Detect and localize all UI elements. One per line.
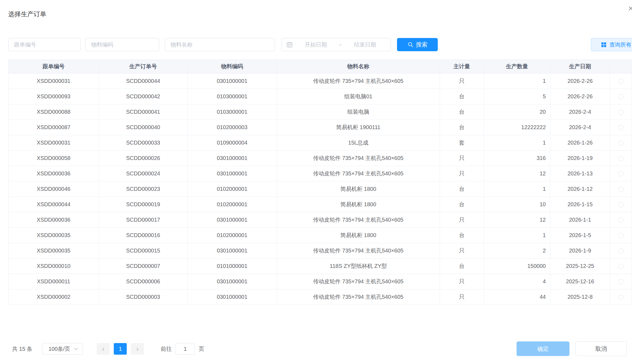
date-range-picker[interactable]: 开始日期 - 结束日期 <box>282 38 391 51</box>
row-radio[interactable] <box>618 248 623 254</box>
prev-page-button[interactable]: ‹ <box>97 343 110 355</box>
cell-quantity: 44 <box>484 289 550 305</box>
next-page-button[interactable]: › <box>131 343 144 355</box>
row-radio[interactable] <box>618 233 623 238</box>
cell-quantity: 5 <box>484 89 550 104</box>
column-header-order-no: 跟单编号 <box>9 60 99 74</box>
cell-material-code: 0301000001 <box>188 289 277 305</box>
cell-quantity: 12 <box>484 212 550 228</box>
table-row[interactable]: XSDD000036 SCDD000024 0301000001 传动皮轮件 7… <box>9 166 632 181</box>
cell-material-name: 简易机柜 1800 <box>277 228 440 243</box>
cell-date: 2026-1-9 <box>550 243 610 259</box>
cell-prod-order-no: SCDD000015 <box>99 243 188 259</box>
table-row[interactable]: XSDD000087 SCDD000040 0102000003 简易机柜 19… <box>9 120 632 135</box>
cell-material-code: 0101000001 <box>188 259 277 274</box>
cell-date: 2026-1-19 <box>550 151 610 166</box>
cell-quantity: 2 <box>484 243 550 259</box>
current-page-button[interactable]: 1 <box>114 343 127 355</box>
table-row[interactable]: XSDD000031 SCDD000033 0109000004 15L总成 套… <box>9 135 632 151</box>
cell-quantity: 1 <box>484 74 550 89</box>
page-size-select[interactable]: 100条/页 <box>42 343 83 355</box>
row-radio[interactable] <box>618 187 623 192</box>
query-all-button[interactable]: 查询所有 <box>591 38 632 51</box>
cell-date: 2025-12-8 <box>550 289 610 305</box>
material-code-input[interactable] <box>85 38 159 51</box>
cell-unit: 只 <box>440 243 484 259</box>
table-row[interactable]: XSDD000035 SCDD000015 0301000001 传动皮轮件 7… <box>9 243 632 259</box>
cell-select <box>610 151 632 166</box>
pagination: 共 15 条 100条/页 ‹ 1 › 前往 页 <box>12 343 204 355</box>
column-header-select <box>610 60 632 74</box>
cell-prod-order-no: SCDD000007 <box>99 259 188 274</box>
cell-select <box>610 197 632 212</box>
row-radio[interactable] <box>618 94 623 99</box>
row-radio[interactable] <box>618 156 623 161</box>
table-row[interactable]: XSDD000093 SCDD000042 0103000001 组装电脑01 … <box>9 89 632 104</box>
close-icon[interactable]: × <box>628 4 632 13</box>
row-radio[interactable] <box>618 218 623 223</box>
column-header-quantity: 生产数量 <box>484 60 550 74</box>
cell-select <box>610 274 632 289</box>
cell-unit: 只 <box>440 74 484 89</box>
cell-quantity: 1 <box>484 135 550 151</box>
row-radio[interactable] <box>618 264 623 269</box>
cell-quantity: 12 <box>484 166 550 181</box>
table-row[interactable]: XSDD000044 SCDD000019 0102000001 简易机柜 18… <box>9 197 632 212</box>
start-date-placeholder: 开始日期 <box>295 41 337 48</box>
table-row[interactable]: XSDD000088 SCDD000041 0103000001 组装电脑 台 … <box>9 104 632 120</box>
cell-select <box>610 104 632 120</box>
page-size-value: 100条/页 <box>48 345 70 353</box>
row-radio[interactable] <box>618 125 623 130</box>
cell-material-code: 0301000001 <box>188 274 277 289</box>
row-radio[interactable] <box>618 295 623 300</box>
table-row[interactable]: XSDD000031 SCDD000044 0301000001 传动皮轮件 7… <box>9 74 632 89</box>
table-row[interactable]: XSDD000035 SCDD000016 0102000001 简易机柜 18… <box>9 228 632 243</box>
table-row[interactable]: XSDD000002 SCDD000003 0301000001 传动皮轮件 7… <box>9 289 632 305</box>
cell-order-no: XSDD000044 <box>9 197 99 212</box>
table-row[interactable]: XSDD000058 SCDD000026 0301000001 传动皮轮件 7… <box>9 151 632 166</box>
cancel-button[interactable]: 取消 <box>576 341 627 356</box>
row-radio[interactable] <box>618 110 623 115</box>
row-radio[interactable] <box>618 140 623 146</box>
row-radio[interactable] <box>618 79 623 84</box>
cell-material-name: 简易机柜 1900111 <box>277 120 440 135</box>
table-row[interactable]: XSDD000036 SCDD000017 0301000001 传动皮轮件 7… <box>9 212 632 228</box>
table-row[interactable]: XSDD000010 SCDD000007 0101000001 118S ZY… <box>9 259 632 274</box>
goto-page-input[interactable] <box>175 343 195 355</box>
cell-prod-order-no: SCDD000042 <box>99 89 188 104</box>
cell-select <box>610 212 632 228</box>
cell-unit: 只 <box>440 289 484 305</box>
cell-prod-order-no: SCDD000040 <box>99 120 188 135</box>
table-row[interactable]: XSDD000011 SCDD000006 0301000001 传动皮轮件 7… <box>9 274 632 289</box>
search-button[interactable]: 搜索 <box>397 38 438 51</box>
cell-select <box>610 181 632 197</box>
cell-material-name: 15L总成 <box>277 135 440 151</box>
cell-material-code: 0301000001 <box>188 151 277 166</box>
material-name-input[interactable] <box>165 38 275 51</box>
cell-prod-order-no: SCDD000024 <box>99 166 188 181</box>
row-radio[interactable] <box>618 202 623 207</box>
cell-select <box>610 74 632 89</box>
cell-prod-order-no: SCDD000006 <box>99 274 188 289</box>
cell-prod-order-no: SCDD000044 <box>99 74 188 89</box>
cell-material-code: 0103000001 <box>188 89 277 104</box>
order-no-input[interactable] <box>8 38 81 51</box>
cell-quantity: 4 <box>484 274 550 289</box>
cell-order-no: XSDD000011 <box>9 274 99 289</box>
cell-unit: 台 <box>440 120 484 135</box>
table-row[interactable]: XSDD000046 SCDD000023 0102000001 简易机柜 18… <box>9 181 632 197</box>
cell-material-code: 0102000003 <box>188 120 277 135</box>
row-radio[interactable] <box>618 171 623 176</box>
cell-select <box>610 166 632 181</box>
cell-quantity: 10 <box>484 197 550 212</box>
cell-quantity: 1 <box>484 228 550 243</box>
column-header-unit: 主计量 <box>440 60 484 74</box>
cell-date: 2025-12-25 <box>550 259 610 274</box>
cell-prod-order-no: SCDD000016 <box>99 228 188 243</box>
confirm-button[interactable]: 确定 <box>517 341 569 356</box>
row-radio[interactable] <box>618 279 623 284</box>
cell-unit: 只 <box>440 212 484 228</box>
cell-material-code: 0301000001 <box>188 74 277 89</box>
goto-suffix: 页 <box>199 345 204 353</box>
cell-material-name: 传动皮轮件 735×794 主机孔540×605 <box>277 243 440 259</box>
